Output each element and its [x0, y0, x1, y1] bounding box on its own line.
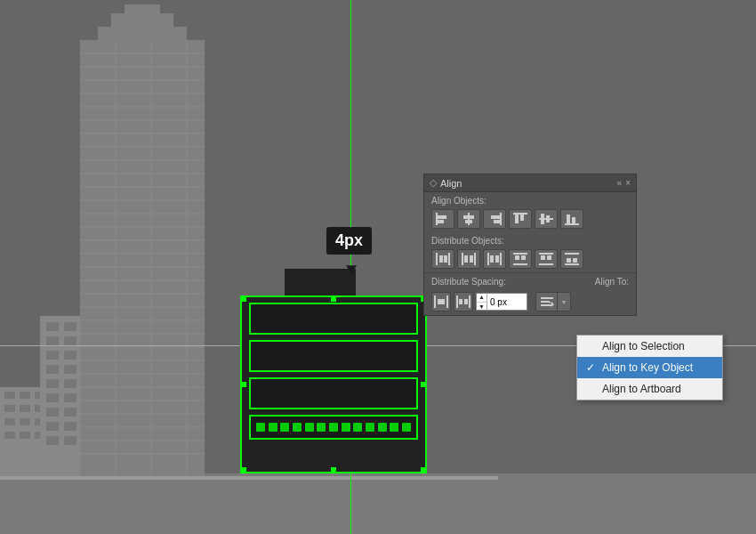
align-to-selection-label: Align to Selection [602, 340, 685, 352]
align-left-btn[interactable] [431, 209, 454, 229]
svg-rect-73 [438, 215, 446, 219]
selection-handle-br[interactable] [421, 467, 426, 473]
align-to-dropdown-arrow[interactable]: ▼ [558, 292, 570, 312]
panel-close-btn[interactable]: × [625, 178, 631, 188]
svg-rect-118 [469, 295, 470, 308]
svg-rect-17 [46, 336, 59, 345]
svg-rect-33 [80, 40, 205, 476]
svg-rect-123 [541, 304, 551, 306]
selection-handle-bc[interactable] [331, 467, 336, 473]
object-top [285, 269, 356, 295]
svg-rect-12 [20, 432, 30, 439]
svg-rect-95 [474, 253, 476, 265]
align-objects-row [424, 207, 636, 232]
svg-rect-81 [513, 213, 527, 214]
svg-rect-74 [438, 220, 444, 223]
svg-rect-9 [20, 418, 30, 425]
svg-rect-24 [64, 379, 76, 388]
distribute-spacing-label: Distribute Spacing: [431, 277, 590, 287]
svg-rect-85 [541, 214, 544, 224]
floor-1 [249, 303, 418, 335]
svg-rect-100 [490, 255, 494, 263]
svg-rect-20 [64, 351, 76, 360]
svg-rect-99 [500, 253, 502, 265]
dist-bottom-btn[interactable] [560, 249, 583, 269]
align-bottom-btn[interactable] [560, 209, 583, 229]
spinner-down[interactable]: ▼ [477, 303, 487, 312]
svg-rect-92 [439, 255, 443, 263]
svg-rect-114 [434, 295, 436, 308]
selection-handle-ml[interactable] [241, 382, 246, 387]
svg-rect-23 [46, 379, 59, 388]
svg-rect-21 [46, 365, 59, 374]
align-to-key-object-label: Align to Key Object [602, 361, 693, 374]
svg-rect-15 [46, 322, 59, 331]
svg-rect-86 [546, 215, 550, 222]
px-spinner[interactable]: ▲ ▼ [477, 293, 487, 311]
svg-rect-88 [567, 214, 570, 223]
svg-rect-32 [64, 436, 76, 445]
svg-rect-106 [539, 253, 553, 255]
panel-titlebar: ◇ Align « × [424, 174, 636, 192]
align-center-h-btn[interactable] [457, 209, 480, 229]
svg-rect-83 [520, 214, 524, 221]
dist-top-btn[interactable] [509, 249, 532, 269]
panel-icon: ◇ [430, 177, 437, 189]
svg-rect-116 [438, 299, 445, 304]
panel-title-text: Align [440, 178, 462, 189]
align-top-btn[interactable] [509, 209, 532, 229]
svg-rect-112 [567, 258, 571, 263]
dist-right-btn[interactable] [483, 249, 506, 269]
svg-rect-102 [513, 253, 527, 255]
svg-rect-104 [515, 255, 519, 260]
px-input[interactable] [487, 296, 527, 308]
panel-collapse-btn[interactable]: « [617, 178, 623, 188]
align-to-key-object-item[interactable]: ✓ Align to Key Object [577, 357, 722, 378]
svg-rect-108 [541, 255, 545, 260]
svg-rect-78 [500, 213, 502, 225]
tooltip-arrow [346, 265, 357, 274]
svg-rect-111 [565, 263, 579, 265]
align-center-v-btn[interactable] [535, 209, 558, 229]
dist-center-v-btn[interactable] [535, 249, 558, 269]
selected-object[interactable] [240, 295, 427, 473]
px-input-container[interactable]: ▲ ▼ [476, 293, 527, 311]
dist-left-btn[interactable] [431, 249, 454, 269]
align-to-artboard-item[interactable]: Align to Artboard [577, 378, 722, 400]
svg-rect-16 [64, 322, 76, 331]
selection-handle-mr[interactable] [421, 382, 426, 387]
dist-center-h-btn[interactable] [457, 249, 480, 269]
svg-rect-98 [487, 253, 489, 265]
auto-space-btn[interactable] [431, 292, 451, 312]
svg-rect-77 [465, 220, 472, 223]
align-to-selection-item[interactable]: Align to Selection [577, 336, 722, 357]
align-to-button[interactable]: ▼ [535, 292, 571, 312]
svg-rect-22 [64, 365, 76, 374]
selection-handle-bl[interactable] [241, 467, 246, 473]
align-to-artboard-label: Align to Artboard [602, 383, 681, 395]
svg-rect-3 [20, 392, 30, 399]
distribute-objects-row [424, 247, 636, 272]
svg-rect-82 [515, 214, 519, 223]
spacing-controls-row: ▲ ▼ ▼ [424, 290, 636, 315]
svg-rect-97 [470, 255, 473, 263]
svg-rect-18 [64, 336, 76, 345]
fixed-space-btn[interactable] [454, 292, 473, 312]
svg-rect-115 [446, 295, 448, 308]
svg-rect-105 [521, 255, 526, 260]
align-to-icon [536, 292, 558, 312]
selection-handle-tc[interactable] [331, 296, 336, 302]
dimension-tooltip: 4px [326, 227, 372, 255]
spinner-up[interactable]: ▲ [477, 293, 487, 303]
svg-rect-109 [547, 255, 551, 260]
svg-rect-122 [541, 301, 550, 303]
align-to-label: Align To: [595, 277, 629, 287]
floor-bottom [249, 415, 418, 440]
selection-handle-tl[interactable] [241, 296, 246, 302]
svg-rect-101 [495, 255, 499, 263]
align-right-btn[interactable] [483, 209, 506, 229]
svg-rect-30 [64, 422, 76, 431]
svg-rect-87 [565, 223, 579, 225]
svg-rect-28 [64, 408, 76, 417]
svg-rect-90 [436, 253, 438, 265]
